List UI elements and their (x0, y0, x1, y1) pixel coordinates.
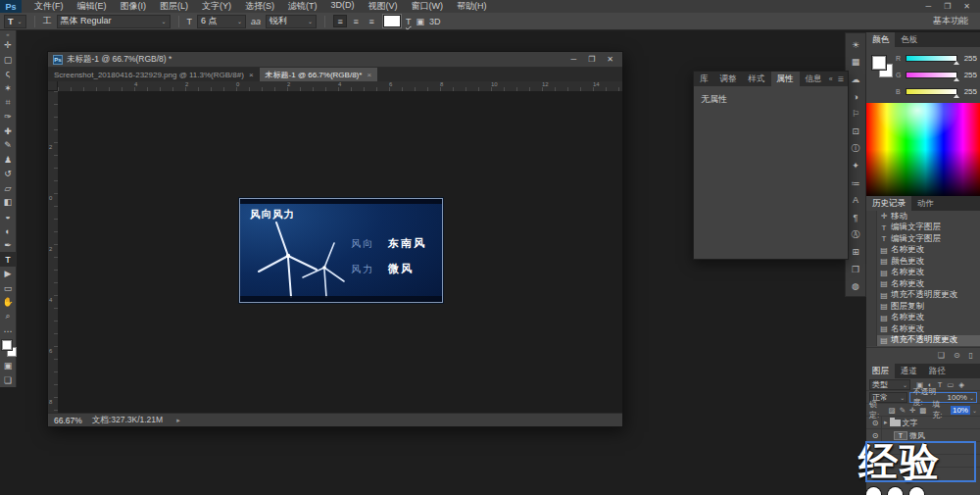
toolbar-collapse-icon[interactable]: « (6, 31, 9, 38)
document-title-bar[interactable]: Ps 未标题-1 @ 66.7%(RGB/8) * ─❐✕ (48, 52, 622, 68)
warp-text-icon[interactable]: T (406, 17, 412, 26)
panel-tab[interactable]: 属性 (771, 72, 800, 86)
character-panel-icon[interactable]: A (846, 191, 865, 209)
doc-close-button[interactable]: ✕ (607, 55, 613, 64)
app-restore-button[interactable]: ❐ (944, 2, 951, 11)
history-source-well[interactable] (866, 335, 877, 347)
layer-name[interactable]: 文字 (903, 418, 918, 428)
histogram-panel-icon[interactable]: ⊡ (846, 123, 865, 140)
history-source-well[interactable] (866, 301, 877, 313)
type-tool[interactable]: T (0, 252, 17, 267)
menu-item[interactable]: 图像(I) (114, 0, 154, 13)
panel-tab[interactable]: 调整 (714, 72, 743, 86)
foreground-color-swatch[interactable] (2, 340, 12, 350)
levels-panel-icon[interactable]: ▦ (846, 54, 865, 72)
panel-tab[interactable]: 色板 (895, 32, 923, 47)
document-tab[interactable]: Screenshot_20180416-232929.png @ 11.3%(R… (48, 68, 260, 81)
history-state-row[interactable]: ▤ 名称更改 (866, 268, 980, 279)
clone-stamp-tool[interactable]: ♟ (0, 153, 17, 168)
history-state-row[interactable]: ▤ 名称更改 (866, 278, 980, 290)
history-state-row[interactable]: ▤ 名称更改 (866, 245, 980, 257)
doc-restore-button[interactable]: ❐ (588, 55, 595, 64)
lasso-tool[interactable]: ς (0, 67, 17, 81)
visibility-eye-icon[interactable]: ⊙ (869, 417, 882, 428)
color-swatches[interactable] (0, 339, 17, 358)
workspace-switcher[interactable]: 基本功能 (933, 15, 968, 27)
font-size-select[interactable]: 6 点 ⌄ (197, 15, 246, 28)
panel-tab[interactable]: 信息 (800, 72, 828, 86)
brush-tool[interactable]: ✎ (0, 138, 17, 153)
history-source-well[interactable] (866, 245, 877, 257)
screen-mode-button[interactable]: ❏ (0, 372, 17, 387)
info-panel-icon[interactable]: ⓘ (846, 140, 865, 158)
history-source-well[interactable] (866, 256, 877, 268)
panel-tab[interactable]: 图层 (866, 364, 895, 378)
shape-tool[interactable]: ▭ (0, 281, 17, 296)
gradient-tool[interactable]: ◧ (0, 195, 17, 210)
channel-value[interactable]: 255 (960, 71, 977, 79)
menu-item[interactable]: 视图(V) (362, 0, 405, 13)
anti-alias-select[interactable]: 锐利 ⌄ (266, 15, 317, 28)
app-close-button[interactable]: ✕ (963, 2, 970, 11)
close-icon[interactable]: × (367, 71, 371, 79)
new-document-from-state-icon[interactable]: ❏ (938, 351, 945, 360)
align-right-button[interactable]: ≡ (365, 15, 378, 27)
history-state-row[interactable]: ✛ 移动 (866, 211, 980, 223)
channel-value[interactable]: 255 (960, 54, 977, 63)
new-snapshot-icon[interactable]: ⊙ (954, 351, 960, 360)
eraser-tool[interactable]: ▱ (0, 181, 17, 196)
history-source-well[interactable] (866, 323, 877, 335)
history-state-row[interactable]: ▤ 图层复制 (866, 301, 980, 313)
align-center-button[interactable]: ≡ (349, 15, 363, 27)
timeline-panel-icon[interactable]: ◍ (846, 277, 865, 295)
pen-tool[interactable]: ✒ (0, 238, 17, 253)
layer-group-row[interactable]: ⊙ ▸ 文字 (866, 417, 980, 429)
history-state-row[interactable]: T 编辑文字图层 (866, 223, 980, 234)
menu-item[interactable]: 图层(L) (153, 0, 195, 13)
opacity-value[interactable]: 100% (948, 393, 967, 402)
menu-item[interactable]: 选择(S) (238, 0, 281, 13)
menu-item[interactable]: 窗口(W) (405, 0, 451, 13)
history-brush-tool[interactable]: ↺ (0, 167, 17, 181)
history-source-well[interactable] (866, 233, 877, 245)
lock-pixels-icon[interactable]: ✎ (899, 406, 906, 415)
panel-tab[interactable]: 路径 (923, 364, 952, 378)
color-slider[interactable] (906, 72, 957, 78)
doc-minimize-button[interactable]: ─ (570, 55, 576, 64)
menu-item[interactable]: 编辑(E) (71, 0, 114, 13)
color-slider[interactable] (906, 88, 957, 95)
actions-panel-icon[interactable]: ✦ (846, 157, 865, 174)
panel-tab[interactable]: 动作 (911, 196, 940, 211)
panel-menu-icon[interactable]: ☰ (838, 75, 844, 83)
history-source-well[interactable] (866, 313, 877, 324)
filter-shape-layers-icon[interactable]: ▭ (946, 380, 955, 389)
history-source-well[interactable] (866, 211, 877, 223)
align-left-button[interactable]: ≡ (333, 15, 347, 27)
menu-item[interactable]: 文件(F) (27, 0, 71, 13)
adjustments-panel-icon[interactable]: ☀ (846, 36, 865, 54)
close-icon[interactable]: × (249, 71, 254, 79)
character-styles-panel-icon[interactable]: Ⓐ (846, 226, 865, 244)
menu-item[interactable]: 帮助(H) (450, 0, 494, 13)
panel-collapse-icon[interactable]: « (829, 75, 833, 82)
fill-value-highlighted[interactable]: 10% (951, 406, 970, 415)
marquee-tool[interactable]: ▢ (0, 53, 17, 68)
panel-tab[interactable]: 库 (694, 72, 714, 86)
blur-tool[interactable]: ◒ (0, 210, 17, 224)
delete-state-icon[interactable]: ▯ (969, 351, 973, 360)
filter-smart-objects-icon[interactable]: ◈ (957, 380, 965, 389)
history-source-well[interactable] (866, 223, 877, 234)
notes-panel-icon[interactable]: ❐ (846, 261, 865, 278)
quick-selection-tool[interactable]: ✶ (0, 81, 17, 96)
history-state-row[interactable]: T 编辑文字图层 (866, 233, 980, 245)
font-family-select[interactable]: 黑体 Regular ⌄ (57, 15, 171, 28)
clouds-panel-icon[interactable]: ☁ (846, 71, 865, 88)
panel-tab[interactable]: 颜色 (866, 32, 895, 47)
panel-tab[interactable]: 通道 (895, 364, 923, 378)
history-state-row[interactable]: ▤ 名称更改 (866, 313, 980, 324)
zoom-tool[interactable]: ⌕ (0, 310, 17, 324)
app-minimize-button[interactable]: ─ (925, 2, 931, 11)
history-source-well[interactable] (866, 290, 877, 302)
history-source-well[interactable] (866, 278, 877, 290)
layer-filter-select[interactable]: 类型 ⌄ (869, 379, 910, 390)
